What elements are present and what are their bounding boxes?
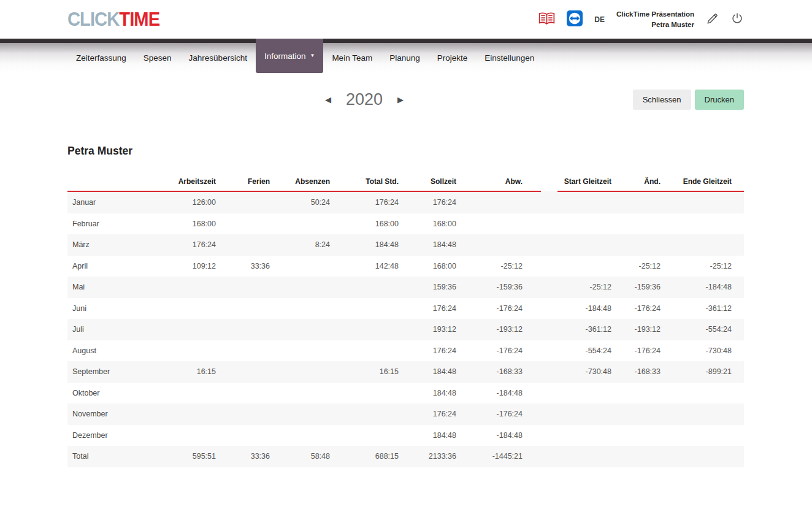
cell-value — [665, 404, 744, 425]
previous-year-button[interactable]: ◀ — [325, 95, 331, 104]
row-label: Mai — [67, 277, 153, 298]
caret-down-icon: ▼ — [310, 53, 315, 58]
cell-value — [275, 213, 335, 235]
cell-value — [665, 425, 744, 446]
cell-value: 595:51 — [153, 446, 221, 467]
cell-value — [221, 298, 275, 320]
tab-projekte[interactable]: Projekte — [429, 43, 477, 73]
logout-button[interactable] — [730, 12, 744, 27]
cell-value: -730:48 — [557, 361, 616, 383]
table-row: Juni176:24-176:24-184:48-176:24-361:12 — [67, 298, 744, 320]
table-header-row: ArbeitszeitFerienAbsenzenTotal Std.Sollz… — [67, 174, 744, 191]
cell-value — [335, 404, 404, 425]
column-header: Sollzeit — [404, 174, 461, 191]
tab-label: Spesen — [144, 53, 172, 63]
cell-value — [616, 425, 665, 446]
tab-mein-team[interactable]: Mein Team — [323, 43, 381, 73]
remote-support-button[interactable] — [567, 10, 583, 28]
cell-value — [665, 446, 744, 467]
language-selector[interactable]: DE — [594, 15, 605, 24]
header-actions: DE ClickTime Präsentation Petra Muster — [538, 9, 744, 29]
row-label: Januar — [67, 191, 153, 213]
tab-zeiterfassung[interactable]: Zeiterfassung — [67, 43, 135, 73]
tab-einstellungen[interactable]: Einstellungen — [476, 43, 543, 73]
cell-value — [221, 319, 275, 340]
cell-value: -168:33 — [461, 361, 541, 383]
account-company: ClickTime Präsentation — [616, 9, 694, 19]
row-label: Juli — [67, 319, 153, 340]
tab-information[interactable]: Information▼ — [256, 39, 323, 73]
row-label: Februar — [67, 213, 153, 235]
row-label: Dezember — [67, 425, 153, 446]
cell-value: 193:12 — [404, 319, 461, 340]
tab-jahres-bersicht[interactable]: Jahresübersicht — [180, 43, 256, 73]
cell-value — [275, 404, 335, 425]
edit-profile-button[interactable] — [706, 12, 719, 27]
cell-value — [665, 383, 744, 404]
column-header-month — [67, 174, 153, 191]
cell-value: -899:21 — [665, 361, 744, 383]
cell-value — [153, 383, 221, 404]
cell-value — [153, 277, 221, 298]
cell-value — [221, 404, 275, 425]
row-label: November — [67, 404, 153, 425]
cell-value — [557, 383, 616, 404]
tab-label: Projekte — [437, 53, 468, 63]
account-info: ClickTime Präsentation Petra Muster — [616, 9, 694, 29]
cell-value: -554:24 — [665, 319, 744, 340]
cell-value: 168:00 — [404, 256, 461, 277]
close-button[interactable]: Schliessen — [633, 90, 691, 110]
column-header: Total Std. — [335, 174, 404, 191]
cell-value: 58:48 — [275, 446, 335, 467]
cell-value: -176:24 — [616, 298, 665, 320]
cell-value: 176:24 — [404, 298, 461, 320]
row-label: Oktober — [67, 383, 153, 404]
cell-value — [557, 425, 616, 446]
cell-value — [153, 319, 221, 340]
cell-value — [616, 234, 665, 256]
table-row: Mai159:36-159:36-25:12-159:36-184:48 — [67, 277, 744, 298]
tab-label: Planung — [389, 53, 420, 63]
teamviewer-icon — [567, 10, 583, 28]
cell-value: 184:48 — [404, 234, 461, 256]
column-header: Ferien — [221, 174, 275, 191]
logo-time: TIME — [119, 9, 159, 30]
cell-value — [275, 340, 335, 362]
cell-value — [153, 404, 221, 425]
cell-value: 33:36 — [221, 446, 275, 467]
cell-value — [557, 191, 616, 213]
cell-value — [557, 256, 616, 277]
print-button[interactable]: Drucken — [695, 90, 744, 110]
chevron-left-icon: ◀ — [325, 95, 331, 104]
row-label: April — [67, 256, 153, 277]
app-header: CLICKTIME DE ClickTime Präsen — [0, 0, 812, 39]
cell-spacer — [541, 298, 557, 320]
cell-value: -193:12 — [461, 319, 541, 340]
cell-value: 168:00 — [404, 213, 461, 235]
manual-button[interactable] — [538, 12, 555, 27]
cell-spacer — [541, 340, 557, 362]
tab-planung[interactable]: Planung — [381, 43, 429, 73]
column-header: Abw. — [461, 174, 541, 191]
cell-value — [335, 298, 404, 320]
cell-value — [335, 340, 404, 362]
tab-label: Jahresübersicht — [189, 53, 247, 63]
cell-value: -176:24 — [461, 340, 541, 362]
year-label: 2020 — [346, 90, 383, 109]
tab-spesen[interactable]: Spesen — [135, 43, 180, 73]
table-row: Dezember184:48-184:48 — [67, 425, 744, 446]
cell-value: -184:48 — [461, 425, 541, 446]
cell-value: -730:48 — [665, 340, 744, 362]
cell-value — [221, 425, 275, 446]
cell-value: 16:15 — [153, 361, 221, 383]
table-row: August176:24-176:24-554:24-176:24-730:48 — [67, 340, 744, 362]
cell-value — [221, 277, 275, 298]
cell-value — [275, 319, 335, 340]
cell-value: 184:48 — [335, 234, 404, 256]
cell-value: -25:12 — [665, 256, 744, 277]
cell-spacer — [541, 234, 557, 256]
next-year-button[interactable]: ▶ — [397, 95, 404, 104]
cell-value — [275, 256, 335, 277]
cell-value — [153, 425, 221, 446]
chevron-right-icon: ▶ — [397, 95, 404, 104]
